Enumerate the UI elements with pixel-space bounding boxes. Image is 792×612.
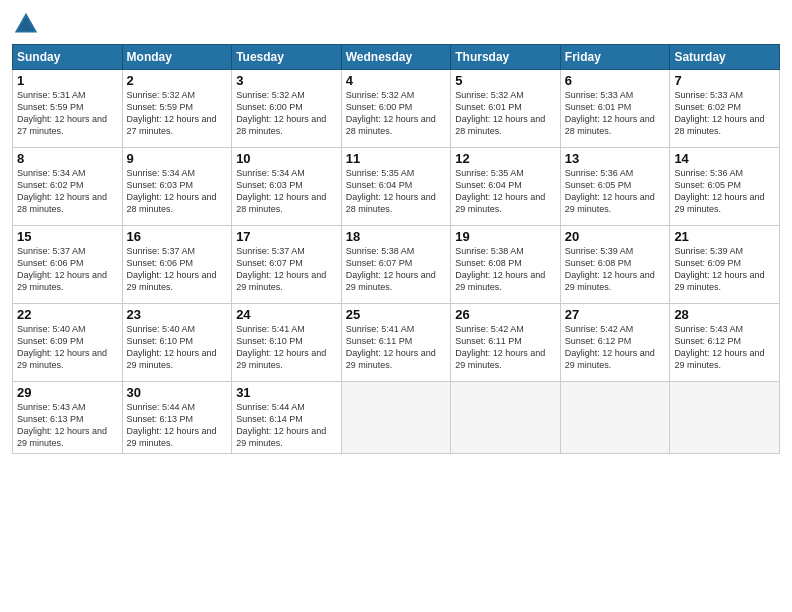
calendar-day-cell: 21Sunrise: 5:39 AMSunset: 6:09 PMDayligh… — [670, 226, 780, 304]
day-number: 1 — [17, 73, 118, 88]
day-info: Sunrise: 5:41 AMSunset: 6:11 PMDaylight:… — [346, 323, 447, 372]
calendar-day-cell: 29Sunrise: 5:43 AMSunset: 6:13 PMDayligh… — [13, 382, 123, 454]
day-number: 28 — [674, 307, 775, 322]
calendar-day-cell: 15Sunrise: 5:37 AMSunset: 6:06 PMDayligh… — [13, 226, 123, 304]
day-info: Sunrise: 5:34 AMSunset: 6:03 PMDaylight:… — [127, 167, 228, 216]
day-info: Sunrise: 5:37 AMSunset: 6:06 PMDaylight:… — [127, 245, 228, 294]
day-number: 8 — [17, 151, 118, 166]
calendar-day-cell: 4Sunrise: 5:32 AMSunset: 6:00 PMDaylight… — [341, 70, 451, 148]
calendar-day-cell: 7Sunrise: 5:33 AMSunset: 6:02 PMDaylight… — [670, 70, 780, 148]
day-number: 21 — [674, 229, 775, 244]
calendar-day-cell: 25Sunrise: 5:41 AMSunset: 6:11 PMDayligh… — [341, 304, 451, 382]
day-info: Sunrise: 5:43 AMSunset: 6:12 PMDaylight:… — [674, 323, 775, 372]
calendar-day-cell: 27Sunrise: 5:42 AMSunset: 6:12 PMDayligh… — [560, 304, 670, 382]
day-info: Sunrise: 5:40 AMSunset: 6:10 PMDaylight:… — [127, 323, 228, 372]
calendar-table: SundayMondayTuesdayWednesdayThursdayFrid… — [12, 44, 780, 454]
calendar-day-cell: 2Sunrise: 5:32 AMSunset: 5:59 PMDaylight… — [122, 70, 232, 148]
calendar-week-row: 15Sunrise: 5:37 AMSunset: 6:06 PMDayligh… — [13, 226, 780, 304]
calendar-day-cell: 8Sunrise: 5:34 AMSunset: 6:02 PMDaylight… — [13, 148, 123, 226]
day-number: 29 — [17, 385, 118, 400]
day-info: Sunrise: 5:42 AMSunset: 6:11 PMDaylight:… — [455, 323, 556, 372]
calendar-day-cell — [451, 382, 561, 454]
day-info: Sunrise: 5:32 AMSunset: 6:00 PMDaylight:… — [346, 89, 447, 138]
day-number: 19 — [455, 229, 556, 244]
calendar-week-row: 22Sunrise: 5:40 AMSunset: 6:09 PMDayligh… — [13, 304, 780, 382]
day-info: Sunrise: 5:43 AMSunset: 6:13 PMDaylight:… — [17, 401, 118, 450]
day-number: 4 — [346, 73, 447, 88]
day-number: 5 — [455, 73, 556, 88]
day-info: Sunrise: 5:38 AMSunset: 6:08 PMDaylight:… — [455, 245, 556, 294]
calendar-day-cell: 11Sunrise: 5:35 AMSunset: 6:04 PMDayligh… — [341, 148, 451, 226]
weekday-header-row: SundayMondayTuesdayWednesdayThursdayFrid… — [13, 45, 780, 70]
weekday-cell: Tuesday — [232, 45, 342, 70]
day-info: Sunrise: 5:34 AMSunset: 6:03 PMDaylight:… — [236, 167, 337, 216]
day-info: Sunrise: 5:41 AMSunset: 6:10 PMDaylight:… — [236, 323, 337, 372]
weekday-cell: Friday — [560, 45, 670, 70]
day-number: 22 — [17, 307, 118, 322]
day-number: 9 — [127, 151, 228, 166]
day-number: 15 — [17, 229, 118, 244]
calendar-week-row: 29Sunrise: 5:43 AMSunset: 6:13 PMDayligh… — [13, 382, 780, 454]
calendar-day-cell: 6Sunrise: 5:33 AMSunset: 6:01 PMDaylight… — [560, 70, 670, 148]
day-info: Sunrise: 5:44 AMSunset: 6:14 PMDaylight:… — [236, 401, 337, 450]
weekday-cell: Thursday — [451, 45, 561, 70]
weekday-cell: Wednesday — [341, 45, 451, 70]
day-info: Sunrise: 5:42 AMSunset: 6:12 PMDaylight:… — [565, 323, 666, 372]
day-number: 10 — [236, 151, 337, 166]
day-info: Sunrise: 5:36 AMSunset: 6:05 PMDaylight:… — [565, 167, 666, 216]
day-info: Sunrise: 5:33 AMSunset: 6:01 PMDaylight:… — [565, 89, 666, 138]
page-container: SundayMondayTuesdayWednesdayThursdayFrid… — [0, 0, 792, 612]
day-number: 25 — [346, 307, 447, 322]
calendar-day-cell: 10Sunrise: 5:34 AMSunset: 6:03 PMDayligh… — [232, 148, 342, 226]
calendar-week-row: 8Sunrise: 5:34 AMSunset: 6:02 PMDaylight… — [13, 148, 780, 226]
day-number: 30 — [127, 385, 228, 400]
calendar-day-cell: 22Sunrise: 5:40 AMSunset: 6:09 PMDayligh… — [13, 304, 123, 382]
day-info: Sunrise: 5:37 AMSunset: 6:06 PMDaylight:… — [17, 245, 118, 294]
calendar-day-cell: 24Sunrise: 5:41 AMSunset: 6:10 PMDayligh… — [232, 304, 342, 382]
calendar-day-cell: 31Sunrise: 5:44 AMSunset: 6:14 PMDayligh… — [232, 382, 342, 454]
day-info: Sunrise: 5:35 AMSunset: 6:04 PMDaylight:… — [455, 167, 556, 216]
calendar-day-cell: 3Sunrise: 5:32 AMSunset: 6:00 PMDaylight… — [232, 70, 342, 148]
day-info: Sunrise: 5:36 AMSunset: 6:05 PMDaylight:… — [674, 167, 775, 216]
day-info: Sunrise: 5:40 AMSunset: 6:09 PMDaylight:… — [17, 323, 118, 372]
day-number: 12 — [455, 151, 556, 166]
calendar-day-cell: 17Sunrise: 5:37 AMSunset: 6:07 PMDayligh… — [232, 226, 342, 304]
day-info: Sunrise: 5:39 AMSunset: 6:08 PMDaylight:… — [565, 245, 666, 294]
day-number: 27 — [565, 307, 666, 322]
calendar-day-cell: 14Sunrise: 5:36 AMSunset: 6:05 PMDayligh… — [670, 148, 780, 226]
header — [12, 10, 780, 38]
day-info: Sunrise: 5:37 AMSunset: 6:07 PMDaylight:… — [236, 245, 337, 294]
calendar-day-cell: 26Sunrise: 5:42 AMSunset: 6:11 PMDayligh… — [451, 304, 561, 382]
day-number: 18 — [346, 229, 447, 244]
calendar-day-cell: 28Sunrise: 5:43 AMSunset: 6:12 PMDayligh… — [670, 304, 780, 382]
calendar-day-cell: 23Sunrise: 5:40 AMSunset: 6:10 PMDayligh… — [122, 304, 232, 382]
day-number: 16 — [127, 229, 228, 244]
day-info: Sunrise: 5:32 AMSunset: 6:01 PMDaylight:… — [455, 89, 556, 138]
day-info: Sunrise: 5:33 AMSunset: 6:02 PMDaylight:… — [674, 89, 775, 138]
weekday-cell: Monday — [122, 45, 232, 70]
calendar-day-cell — [560, 382, 670, 454]
day-info: Sunrise: 5:38 AMSunset: 6:07 PMDaylight:… — [346, 245, 447, 294]
day-number: 6 — [565, 73, 666, 88]
day-info: Sunrise: 5:31 AMSunset: 5:59 PMDaylight:… — [17, 89, 118, 138]
day-number: 13 — [565, 151, 666, 166]
day-number: 14 — [674, 151, 775, 166]
day-number: 3 — [236, 73, 337, 88]
day-info: Sunrise: 5:34 AMSunset: 6:02 PMDaylight:… — [17, 167, 118, 216]
day-number: 20 — [565, 229, 666, 244]
day-info: Sunrise: 5:44 AMSunset: 6:13 PMDaylight:… — [127, 401, 228, 450]
day-number: 24 — [236, 307, 337, 322]
calendar-day-cell: 9Sunrise: 5:34 AMSunset: 6:03 PMDaylight… — [122, 148, 232, 226]
day-number: 2 — [127, 73, 228, 88]
weekday-cell: Saturday — [670, 45, 780, 70]
calendar-day-cell: 18Sunrise: 5:38 AMSunset: 6:07 PMDayligh… — [341, 226, 451, 304]
day-info: Sunrise: 5:39 AMSunset: 6:09 PMDaylight:… — [674, 245, 775, 294]
calendar-week-row: 1Sunrise: 5:31 AMSunset: 5:59 PMDaylight… — [13, 70, 780, 148]
calendar-day-cell: 19Sunrise: 5:38 AMSunset: 6:08 PMDayligh… — [451, 226, 561, 304]
calendar-day-cell: 1Sunrise: 5:31 AMSunset: 5:59 PMDaylight… — [13, 70, 123, 148]
calendar-day-cell: 12Sunrise: 5:35 AMSunset: 6:04 PMDayligh… — [451, 148, 561, 226]
calendar-day-cell: 20Sunrise: 5:39 AMSunset: 6:08 PMDayligh… — [560, 226, 670, 304]
day-info: Sunrise: 5:35 AMSunset: 6:04 PMDaylight:… — [346, 167, 447, 216]
day-number: 31 — [236, 385, 337, 400]
day-number: 11 — [346, 151, 447, 166]
